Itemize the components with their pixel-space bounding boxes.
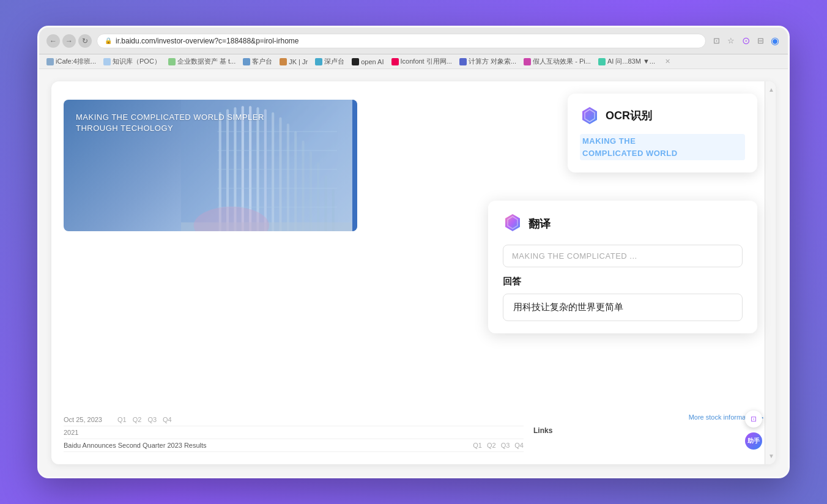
back-button[interactable]: ← <box>46 34 60 48</box>
nav-buttons: ← → ↻ <box>46 34 92 48</box>
bookmark-label-7: open AI <box>361 58 384 65</box>
hero-line1: MAKING THE COMPLICATED WORLD SIMPLER <box>76 112 264 123</box>
data-date-1: Oct 25, 2023 <box>64 416 113 423</box>
bookmark-icon-9 <box>459 58 467 65</box>
main-card: MAKING THE COMPLICATED WORLD SIMPLER THR… <box>51 81 776 464</box>
ocr-result-line2: COMPLICATED WORLD <box>582 149 678 158</box>
browser-chrome: ← → ↻ 🔒 ir.baidu.com/investor-overview?c… <box>39 28 788 54</box>
svg-rect-20 <box>218 188 337 189</box>
bookmark-label-8: Iconfont 引用网... <box>401 57 452 66</box>
hero-section: MAKING THE COMPLICATED WORLD SIMPLER THR… <box>64 100 357 231</box>
bookmark-label-2: 知识库（POC） <box>113 57 161 66</box>
data-q2: Q2 <box>133 416 142 423</box>
bookmark-label-6: 深卢台 <box>324 57 344 66</box>
data-row-1: Oct 25, 2023 Q1 Q2 Q3 Q4 <box>64 413 524 426</box>
bookmark-deep[interactable]: 深卢台 <box>315 57 344 66</box>
translate-header: 翻译 <box>503 213 743 235</box>
data-q3: Q3 <box>147 416 157 423</box>
bookmark-poc[interactable]: 知识库（POC） <box>103 57 161 66</box>
profile-icon[interactable]: ◉ <box>770 35 781 46</box>
translate-icon[interactable]: ⊙ <box>740 35 751 46</box>
data-quarters-2: Q1 Q2 Q3 Q4 <box>473 442 524 449</box>
data-col-right: More stock information ▶ Links <box>533 413 763 452</box>
data-year: 2021 <box>64 429 113 436</box>
ocr-result-line1: MAKING THE <box>582 136 636 146</box>
hero-text: MAKING THE COMPLICATED WORLD SIMPLER THR… <box>76 112 264 134</box>
answer-text: 用科技让复杂的世界更简单 <box>513 302 623 312</box>
browser-icons: ⊡ ☆ ⊙ ⊟ ◉ <box>711 35 781 46</box>
svg-rect-18 <box>218 150 337 151</box>
bookmark-label-9: 计算方 对象索... <box>469 57 516 66</box>
bookmarks-bar: iCafe:4排班... 知识库（POC） 企业数据资产 基 t... 客户台 … <box>39 54 788 69</box>
bookmark-jk[interactable]: JK | Jr <box>280 58 308 65</box>
scroll-up-icon[interactable]: ▲ <box>768 86 774 93</box>
ocr-panel: OCR识别 MAKING THE COMPLICATED WORLD <box>568 94 757 172</box>
bookmark-icon-10 <box>524 58 531 65</box>
bookmark-label-10: 假人互动效果 - Pi... <box>533 57 591 66</box>
bookmark-label-4: 客户台 <box>252 57 272 66</box>
bookmark-label-3: 企业数据资产 基 t... <box>177 57 235 66</box>
svg-rect-12 <box>302 141 304 231</box>
data-title-1: Baidu Announces Second Quarter 2023 Resu… <box>64 442 468 449</box>
bookmark-person[interactable]: 假人互动效果 - Pi... <box>524 57 591 66</box>
data-q1: Q1 <box>117 416 127 423</box>
right-sidebar: ▲ ▼ ⊡ 助手 <box>765 81 776 464</box>
lock-icon: 🔒 <box>105 37 112 44</box>
bookmark-data[interactable]: 企业数据资产 基 t... <box>168 57 235 66</box>
bookmark-label-1: iCafe:4排班... <box>56 57 96 66</box>
ocr-logo <box>580 106 599 125</box>
bookmark-ai[interactable]: AI 问...83M ▼... <box>598 57 655 66</box>
bookmark-calc[interactable]: 计算方 对象索... <box>459 57 516 66</box>
bookmark-icon-11 <box>598 58 606 65</box>
translate-input-text: MAKING THE COMPLICATED ... <box>512 251 637 261</box>
translate-title: 翻译 <box>528 217 551 231</box>
bookmark-star-icon[interactable]: ☆ <box>725 35 736 46</box>
bookmark-label-5: JK | Jr <box>289 58 308 65</box>
scroll-down-icon[interactable]: ▼ <box>768 453 774 459</box>
ocr-title: OCR识别 <box>606 108 652 123</box>
translation-panel: 翻译 MAKING THE COMPLICATED ... 回答 用科技让复杂的… <box>488 201 757 333</box>
data-q4: Q4 <box>163 416 172 423</box>
ocr-result: MAKING THE COMPLICATED WORLD <box>580 134 745 160</box>
forward-button[interactable]: → <box>62 34 76 48</box>
address-bar[interactable]: 🔒 ir.baidu.com/investor-overview?c=18848… <box>97 34 706 48</box>
svg-rect-19 <box>218 169 337 170</box>
svg-rect-8 <box>272 113 274 231</box>
bookmark-iconfont[interactable]: Iconfont 引用网... <box>391 57 452 66</box>
bookmark-icalendar[interactable]: iCafe:4排班... <box>46 57 96 66</box>
bookmark-icon-5 <box>280 58 287 65</box>
bookmark-icon-8 <box>391 58 399 65</box>
split-icon[interactable]: ⊟ <box>755 35 766 46</box>
more-bookmarks[interactable]: ✕ <box>665 57 670 65</box>
bookmark-openai[interactable]: open AI <box>352 58 384 65</box>
data-row-3: Baidu Announces Second Quarter 2023 Resu… <box>64 439 524 452</box>
bookmark-label-11: AI 问...83M ▼... <box>607 57 655 66</box>
assist-fab[interactable]: 助手 <box>745 432 762 450</box>
data-q2-2: Q2 <box>487 442 496 449</box>
data-row-2: 2021 <box>64 426 524 439</box>
bookmark-client[interactable]: 客户台 <box>243 57 272 66</box>
data-q3-2: Q3 <box>501 442 510 449</box>
data-rows: Oct 25, 2023 Q1 Q2 Q3 Q4 2021 <box>64 413 763 452</box>
browser-frame: ← → ↻ 🔒 ir.baidu.com/investor-overview?c… <box>37 26 790 478</box>
hero-line2: THROUGH TECHOLOGY <box>76 123 264 134</box>
cast-icon[interactable]: ⊡ <box>711 35 722 46</box>
svg-rect-7 <box>264 109 267 231</box>
data-col-left: Oct 25, 2023 Q1 Q2 Q3 Q4 2021 <box>64 413 524 452</box>
svg-rect-9 <box>279 117 281 231</box>
answer-label: 回答 <box>503 276 743 287</box>
bookmark-icon-2 <box>103 58 111 65</box>
data-quarters-1: Q1 Q2 Q3 Q4 <box>117 416 172 423</box>
page-content: MAKING THE COMPLICATED WORLD SIMPLER THR… <box>39 69 788 476</box>
refresh-button[interactable]: ↻ <box>78 34 92 48</box>
svg-rect-14 <box>317 163 319 231</box>
answer-box: 用科技让复杂的世界更简单 <box>503 294 743 321</box>
bookmark-icon-7 <box>352 58 359 65</box>
translate-input[interactable]: MAKING THE COMPLICATED ... <box>503 245 743 267</box>
ocr-panel-header: OCR识别 <box>580 106 745 125</box>
translate-logo <box>503 213 522 235</box>
translate-fab[interactable]: ⊡ <box>745 410 762 428</box>
data-q4-2: Q4 <box>514 442 524 449</box>
bookmark-icon-6 <box>315 58 322 65</box>
data-q1-2: Q1 <box>473 442 482 449</box>
